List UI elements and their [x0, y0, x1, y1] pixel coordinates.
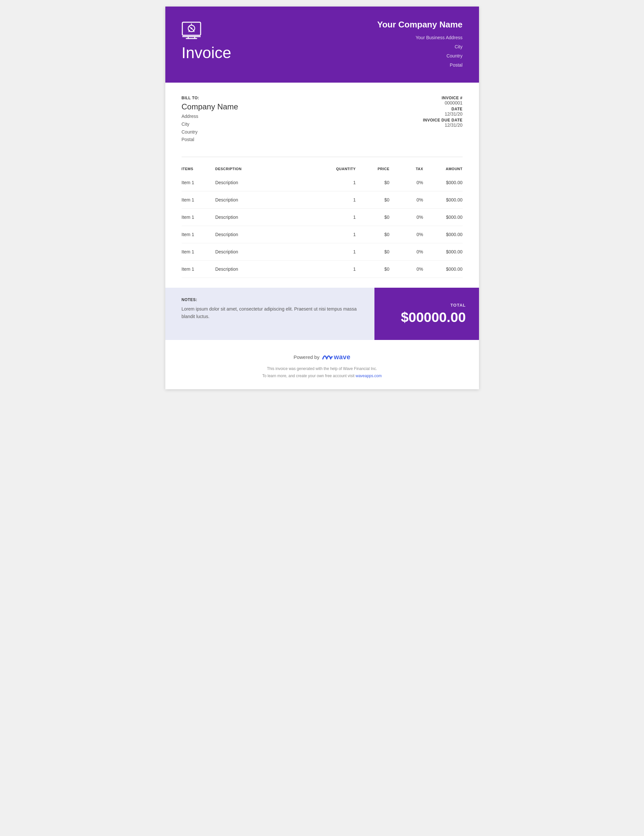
footer-note-line2: To learn more, and create your own free … [262, 374, 355, 378]
cell-item: Item 1 [181, 243, 215, 261]
cell-price: $0 [356, 191, 389, 209]
invoice-meta: INVOICE # 0000001 DATE 12/31/20 INVOICE … [397, 96, 463, 129]
invoice-number-label: INVOICE # [397, 96, 463, 100]
col-header-tax: TAX [389, 163, 423, 174]
cell-amount: $000.00 [423, 191, 463, 209]
cell-amount: $000.00 [423, 243, 463, 261]
cell-quantity: 1 [322, 174, 356, 191]
cell-amount: $000.00 [423, 209, 463, 226]
cell-tax: 0% [389, 174, 423, 191]
cell-quantity: 1 [322, 191, 356, 209]
wave-logo: wave [322, 353, 351, 361]
table-row: Item 1 Description 1 $0 0% $000.00 [181, 261, 463, 278]
company-logo-icon [181, 20, 201, 39]
bill-to-label: BILL TO: [181, 96, 397, 100]
footer-section: NOTES: Lorem ipsum dolor sit amet, conse… [165, 288, 479, 340]
cell-amount: $000.00 [423, 226, 463, 243]
cell-description: Description [215, 243, 322, 261]
header-country: Country [377, 51, 463, 60]
cell-quantity: 1 [322, 209, 356, 226]
cell-tax: 0% [389, 243, 423, 261]
cell-item: Item 1 [181, 226, 215, 243]
cell-item: Item 1 [181, 209, 215, 226]
bill-address: Address [181, 113, 397, 121]
cell-price: $0 [356, 174, 389, 191]
cell-price: $0 [356, 226, 389, 243]
cell-quantity: 1 [322, 261, 356, 278]
bill-to-block: BILL TO: Company Name Address City Count… [181, 96, 397, 144]
bill-postal: Postal [181, 136, 397, 144]
powered-by-row: Powered by wave [172, 353, 472, 361]
bill-city: City [181, 121, 397, 128]
cell-tax: 0% [389, 191, 423, 209]
waveapps-link[interactable]: waveapps.com [355, 374, 382, 378]
invoice-date-row: DATE 12/31/20 [397, 107, 463, 117]
cell-quantity: 1 [322, 243, 356, 261]
cell-price: $0 [356, 243, 389, 261]
col-header-amount: AMOUNT [423, 163, 463, 174]
cell-description: Description [215, 209, 322, 226]
cell-description: Description [215, 226, 322, 243]
table-header: ITEMS DESCRIPTION QUANTITY PRICE TAX AMO… [181, 163, 463, 174]
table-row: Item 1 Description 1 $0 0% $000.00 [181, 191, 463, 209]
footer-note: This invoice was generated with the help… [172, 366, 472, 379]
invoice-date-label: DATE [397, 107, 463, 111]
cell-price: $0 [356, 209, 389, 226]
col-header-quantity: QUANTITY [322, 163, 356, 174]
cell-tax: 0% [389, 226, 423, 243]
cell-description: Description [215, 191, 322, 209]
table-row: Item 1 Description 1 $0 0% $000.00 [181, 226, 463, 243]
invoice-number-row: INVOICE # 0000001 [397, 96, 463, 106]
col-header-description: DESCRIPTION [215, 163, 322, 174]
billing-section: BILL TO: Company Name Address City Count… [165, 83, 479, 150]
table-body: Item 1 Description 1 $0 0% $000.00 Item … [181, 174, 463, 278]
cell-quantity: 1 [322, 226, 356, 243]
col-header-items: ITEMS [181, 163, 215, 174]
invoice-date-value: 12/31/20 [397, 111, 463, 117]
total-block: TOTAL $00000.00 [374, 288, 479, 340]
wave-brand-text: wave [334, 353, 351, 361]
cell-item: Item 1 [181, 261, 215, 278]
bill-company-name: Company Name [181, 102, 397, 111]
cell-item: Item 1 [181, 174, 215, 191]
header-right: Your Company Name Your Business Address … [377, 20, 463, 70]
notes-block: NOTES: Lorem ipsum dolor sit amet, conse… [165, 288, 374, 340]
header-city: City [377, 42, 463, 51]
cell-description: Description [215, 261, 322, 278]
header-business-address: Your Business Address [377, 33, 463, 42]
notes-label: NOTES: [181, 297, 358, 302]
total-label: TOTAL [450, 303, 466, 308]
invoice-document: Invoice Your Company Name Your Business … [165, 7, 479, 389]
invoice-title: Invoice [181, 45, 231, 61]
invoice-header: Invoice Your Company Name Your Business … [165, 7, 479, 83]
header-left: Invoice [181, 20, 231, 61]
cell-description: Description [215, 174, 322, 191]
invoice-due-date-label: INVOICE DUE DATE [397, 118, 463, 122]
powered-by-text: Powered by [293, 354, 319, 360]
items-table: ITEMS DESCRIPTION QUANTITY PRICE TAX AMO… [181, 163, 463, 278]
cell-amount: $000.00 [423, 261, 463, 278]
footer-note-line1: This invoice was generated with the help… [267, 366, 377, 371]
header-postal: Postal [377, 60, 463, 70]
cell-price: $0 [356, 261, 389, 278]
cell-item: Item 1 [181, 191, 215, 209]
table-row: Item 1 Description 1 $0 0% $000.00 [181, 243, 463, 261]
bill-country: Country [181, 128, 397, 136]
company-name-header: Your Company Name [377, 20, 463, 30]
col-header-price: PRICE [356, 163, 389, 174]
powered-by-section: Powered by wave This invoice was generat… [165, 340, 479, 389]
wave-logo-icon [322, 353, 333, 361]
invoice-due-date-value: 12/31/20 [397, 122, 463, 128]
cell-tax: 0% [389, 261, 423, 278]
svg-point-10 [191, 28, 192, 29]
table-row: Item 1 Description 1 $0 0% $000.00 [181, 209, 463, 226]
notes-text: Lorem ipsum dolor sit amet, consectetur … [181, 305, 358, 320]
cell-tax: 0% [389, 209, 423, 226]
cell-amount: $000.00 [423, 174, 463, 191]
total-amount: $00000.00 [401, 310, 466, 325]
invoice-number-value: 0000001 [397, 100, 463, 106]
invoice-due-date-row: INVOICE DUE DATE 12/31/20 [397, 118, 463, 128]
table-row: Item 1 Description 1 $0 0% $000.00 [181, 174, 463, 191]
